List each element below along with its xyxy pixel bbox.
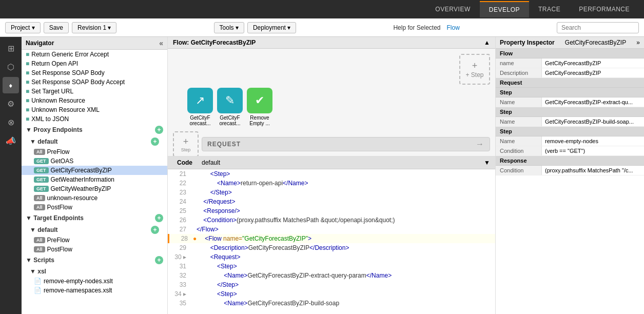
add-scripts-btn[interactable]: + [155, 256, 163, 264]
nav-target-preflow[interactable]: All PreFlow [22, 235, 167, 245]
help-text: Help for Selected [393, 24, 440, 31]
property-inspector-panel: Property Inspector GetCityForecastByZIP … [495, 37, 644, 314]
leaf-icon: ■ [26, 88, 29, 95]
flow-title: Flow: GetCityForecastByZIP [173, 39, 256, 46]
add-step-box-top[interactable]: + + Step [459, 54, 490, 85]
leaf-icon: ■ [26, 78, 29, 86]
nav-item-unknown-resource[interactable]: ■ Unknown Resource [22, 96, 167, 105]
badge-get-3: GET [34, 186, 49, 192]
megaphone-icon[interactable]: 📣 [3, 132, 19, 149]
nav-item-set-target-url[interactable]: ■ Set Target URL [22, 87, 167, 96]
code-line-26: 26 <Condition>(proxy.pathsuffix MatchesP… [168, 215, 495, 225]
add-target-btn[interactable]: + [155, 214, 163, 222]
leaf-icon: ■ [26, 106, 29, 113]
plus-icon: + [472, 61, 478, 71]
code-tab[interactable]: Code [173, 158, 197, 167]
target-default-subsection[interactable]: ▼ default + [22, 224, 167, 235]
flow-link[interactable]: Flow [447, 24, 460, 31]
flow-canvas: + + Step ↗ GetCityForecast... ✎ GetCityF… [168, 49, 495, 156]
search-input[interactable] [557, 22, 639, 33]
code-tab-default[interactable]: default [202, 159, 220, 166]
property-inspector-body: Flow name GetCityForecastByZIP Descripti… [496, 49, 644, 314]
nav-item-return-open-api[interactable]: ■ Return Open API [22, 59, 167, 68]
plus-icon-2: + [183, 136, 189, 147]
overview-btn[interactable]: OVERVIEW [426, 2, 479, 17]
code-line-33: 33 </Step> [168, 280, 495, 289]
flow-step-1[interactable]: ↗ GetCityForecast... [187, 88, 213, 126]
flow-name-display: GetCityForecastByZIP [565, 39, 626, 46]
trace-btn[interactable]: TRACE [529, 2, 570, 17]
badge-all-2: All [34, 195, 45, 201]
navigator-collapse[interactable]: « [159, 39, 163, 47]
nav-item-return-generic[interactable]: ■ Return Generic Error Accept [22, 50, 167, 59]
target-endpoints-section[interactable]: ▼ Target Endpoints + [22, 212, 167, 224]
code-line-31: 31 <Step> [168, 262, 495, 271]
code-line-32: 32 <Name>GetCityForecastByZIP-extract-qu… [168, 271, 495, 280]
flow-step-2[interactable]: ✎ GetCityForecast... [217, 88, 243, 126]
tools-button[interactable]: Tools ▾ [214, 22, 244, 33]
nav-postflow-all[interactable]: All PostFlow [22, 203, 167, 212]
top-nav: OVERVIEW DEVELOP TRACE PERFORMANCE [0, 0, 644, 18]
nav-item-set-response-soap[interactable]: ■ Set Response SOAP Body [22, 68, 167, 77]
package-icon[interactable]: ⬡ [3, 58, 19, 75]
main-layout: ⊞ ⬡ ⬧ ⚙ ⊗ 📣 Navigator « ■ Return Generic… [0, 37, 644, 314]
performance-btn[interactable]: PERFORMANCE [570, 2, 639, 17]
add-step-box-left[interactable]: + Step [173, 131, 199, 156]
code-panel: Code default ▼ 21 <Step> 22 <Name>return… [168, 156, 495, 314]
nav-preflow-all[interactable]: All PreFlow [22, 147, 167, 156]
step3-label: RemoveEmpty ... [249, 115, 269, 126]
nav-getweatherinformation[interactable]: GET GetWeatherInformation [22, 175, 167, 184]
flow-collapse-btn[interactable]: ▲ [484, 39, 490, 46]
leaf-icon: ■ [26, 51, 29, 58]
code-line-24: 24 </Request> [168, 197, 495, 206]
project-button[interactable]: Project ▾ [5, 22, 41, 33]
code-line-21: 21 <Step> [168, 169, 495, 179]
code-line-23: 23 </Step> [168, 188, 495, 197]
flow-step-3[interactable]: ✔ RemoveEmpty ... [247, 88, 272, 126]
badge-all: All [34, 149, 45, 155]
add-proxy-default-btn[interactable]: + [151, 138, 159, 146]
prop-row-step2-name: Name GetCityForecastByZIP-build-soap... [496, 117, 644, 127]
nav-item-set-response-soap-accept[interactable]: ■ Set Response SOAP Body Accept [22, 77, 167, 87]
add-target-default-btn[interactable]: + [151, 226, 159, 234]
prop-section-step1: Step [496, 88, 644, 97]
scripts-section[interactable]: ▼ Scripts + [22, 254, 167, 266]
code-icon[interactable]: ⬧ [3, 77, 19, 93]
revision-button[interactable]: Revision 1 ▾ [72, 22, 116, 33]
prop-section-step2: Step [496, 107, 644, 117]
home-icon[interactable]: ⊞ [3, 40, 19, 56]
leaf-icon: ■ [26, 115, 29, 123]
database-icon[interactable]: ⊗ [3, 114, 19, 130]
settings-icon[interactable]: ⚙ [3, 95, 19, 112]
nav-remove-empty-xslt[interactable]: 📄 remove-empty-nodes.xslt [22, 277, 167, 286]
save-button[interactable]: Save [44, 22, 69, 33]
nav-unknown-resource-all[interactable]: All unknown-resource [22, 193, 167, 203]
prop-row-step3-name: Name remove-empty-nodes [496, 136, 644, 146]
request-label: REQUEST [207, 141, 241, 148]
property-inspector-collapse[interactable]: » [636, 39, 640, 46]
prop-row-description: Description GetCityForecastByZIP [496, 68, 644, 78]
code-collapse-btn[interactable]: ▼ [484, 159, 490, 166]
nav-remove-namespaces-xslt[interactable]: 📄 remove-namespaces.xslt [22, 286, 167, 295]
nav-item-unknown-resource-xml[interactable]: ■ Unknown Resource XML [22, 105, 167, 114]
prop-row-name: name GetCityForecastByZIP [496, 58, 644, 68]
step2-label: GetCityForecast... [219, 115, 240, 126]
property-inspector-title: Property Inspector [500, 39, 555, 46]
left-sidebar-icons: ⊞ ⬡ ⬧ ⚙ ⊗ 📣 [0, 37, 22, 314]
code-line-28: 28 ● <Flow name="GetCityForecastByZIP"> [168, 234, 495, 243]
xsl-subsection[interactable]: ▼ xsl [22, 266, 167, 277]
nav-item-xml-to-json[interactable]: ■ XML to JSON [22, 114, 167, 124]
nav-getcityweatherbyzip[interactable]: GET GetCityWeatherByZIP [22, 184, 167, 193]
deployment-button[interactable]: Deployment ▾ [247, 22, 296, 33]
nav-getcityforecastbyzip[interactable]: GET GetCityForecastByZIP [22, 166, 167, 175]
proxy-default-subsection[interactable]: ▼ default + [22, 136, 167, 147]
code-line-29: 29 <Description>GetCityForecastByZIP</De… [168, 243, 495, 252]
add-proxy-btn[interactable]: + [155, 126, 163, 134]
develop-btn[interactable]: DEVELOP [480, 1, 529, 17]
nav-getoas-get[interactable]: GET GetOAS [22, 156, 167, 166]
prop-section-flow: Flow [496, 49, 644, 58]
code-body[interactable]: 21 <Step> 22 <Name>return-open-api</Name… [168, 169, 495, 314]
flow-steps-icons-row: ↗ GetCityForecast... ✎ GetCityForecast..… [173, 88, 490, 126]
nav-target-postflow[interactable]: All PostFlow [22, 245, 167, 254]
proxy-endpoints-section[interactable]: ▼ Proxy Endpoints + [22, 124, 167, 136]
